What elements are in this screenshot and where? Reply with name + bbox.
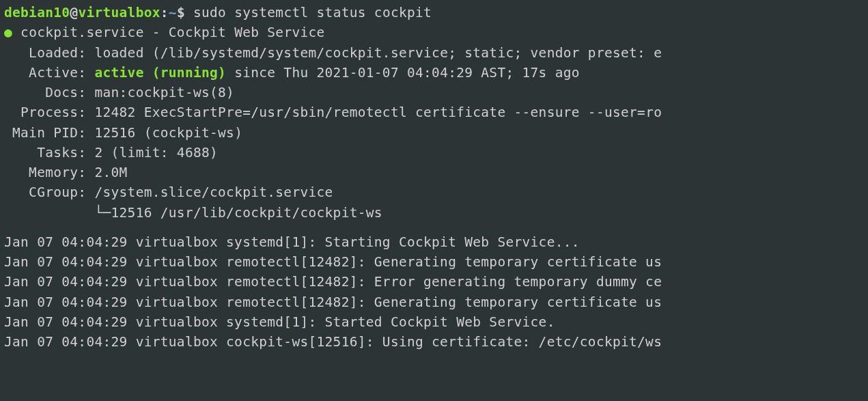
command-text: sudo systemctl status cockpit (193, 5, 432, 20)
loaded-value: loaded (/lib/systemd/system/cockpit.serv… (94, 45, 662, 61)
tasks-value: 2 (limit: 4688) (94, 145, 218, 161)
process-label: Process: (4, 105, 94, 120)
prompt-at: @ (70, 5, 78, 20)
log-line: Jan 07 04:04:29 virtualbox remotectl[124… (4, 272, 864, 292)
service-sep (12, 25, 20, 40)
mainpid-label: Main PID: (4, 125, 94, 141)
active-state: active (running) (94, 65, 226, 81)
status-bullet-icon: ● (4, 25, 12, 40)
cgroup-tree-line: └─12516 /usr/lib/cockpit/cockpit-ws (4, 203, 864, 223)
memory-value: 2.0M (94, 165, 127, 180)
cgroup-label: CGroup: (4, 184, 94, 200)
prompt-colon: : (160, 5, 169, 20)
process-value: 12482 ExecStartPre=/usr/sbin/remotectl c… (94, 105, 662, 120)
mainpid-value: 12516 (cockpit-ws) (94, 125, 242, 141)
tasks-label: Tasks: (4, 145, 94, 161)
memory-line: Memory: 2.0M (4, 163, 864, 182)
active-label: Active: (4, 65, 94, 81)
loaded-line: Loaded: loaded (/lib/systemd/system/cock… (4, 43, 864, 63)
memory-label: Memory: (4, 165, 94, 180)
cgroup-line: CGroup: /system.slice/cockpit.service (4, 182, 864, 202)
log-line: Jan 07 04:04:29 virtualbox systemd[1]: S… (4, 232, 864, 252)
cgroup-value: /system.slice/cockpit.service (94, 184, 333, 200)
tasks-line: Tasks: 2 (limit: 4688) (4, 143, 864, 163)
loaded-label: Loaded: (4, 45, 94, 61)
active-line: Active: active (running) since Thu 2021-… (4, 63, 864, 83)
prompt-user: debian10 (4, 5, 70, 20)
prompt-host: virtualbox (78, 5, 160, 20)
process-line: Process: 12482 ExecStartPre=/usr/sbin/re… (4, 102, 864, 122)
service-line: ● cockpit.service - Cockpit Web Service (4, 23, 864, 42)
active-rest: since Thu 2021-01-07 04:04:29 AST; 17s a… (226, 65, 580, 81)
blank-line (4, 223, 864, 232)
docs-line: Docs: man:cockpit-ws(8) (4, 83, 864, 102)
prompt-symbol: $ (177, 5, 193, 20)
service-name: cockpit.service (20, 25, 144, 40)
prompt-line[interactable]: debian10@virtualbox:~$ sudo systemctl st… (4, 3, 864, 23)
cgroup-tree: └─12516 /usr/lib/cockpit/cockpit-ws (4, 205, 382, 221)
service-dash: - (144, 25, 169, 40)
log-line: Jan 07 04:04:29 virtualbox systemd[1]: S… (4, 312, 864, 332)
docs-value: man:cockpit-ws(8) (94, 85, 234, 100)
docs-label: Docs: (4, 85, 94, 100)
mainpid-line: Main PID: 12516 (cockpit-ws) (4, 123, 864, 143)
log-line: Jan 07 04:04:29 virtualbox remotectl[124… (4, 252, 864, 272)
prompt-path: ~ (169, 5, 177, 20)
service-description: Cockpit Web Service (169, 25, 325, 40)
log-line: Jan 07 04:04:29 virtualbox cockpit-ws[12… (4, 332, 864, 352)
log-line: Jan 07 04:04:29 virtualbox remotectl[124… (4, 292, 864, 312)
